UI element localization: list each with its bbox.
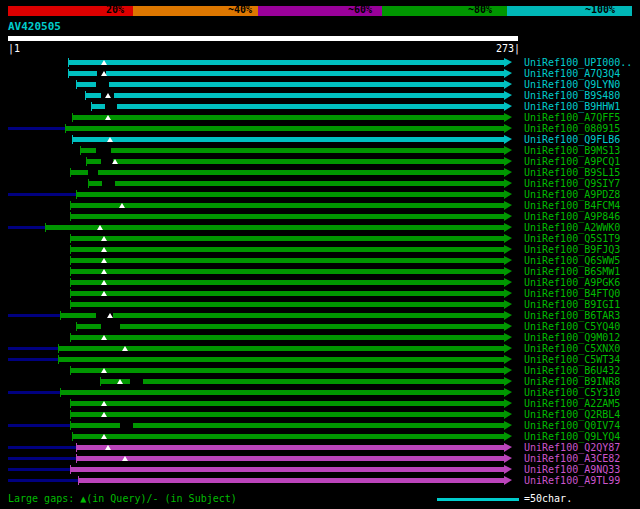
hit-label[interactable]: UniRef100_Q9LYQ4: [524, 431, 620, 442]
hit-bar[interactable]: [76, 82, 504, 87]
hit-label[interactable]: UniRef100_A7QFF5: [524, 112, 620, 123]
hit-bar[interactable]: [70, 236, 504, 241]
hit-row: UniRef100_Q6SWW5: [8, 255, 640, 266]
hit-label[interactable]: UniRef100_A2ZAM5: [524, 398, 620, 409]
hit-label[interactable]: UniRef100_B4FTQ0: [524, 288, 620, 299]
hit-row: UniRef100_UPI000..: [8, 57, 640, 68]
hit-label[interactable]: UniRef100_A2WWK0: [524, 222, 620, 233]
hit-bar[interactable]: [85, 93, 504, 98]
hit-label[interactable]: UniRef100_C5WT34: [524, 354, 620, 365]
hit-label[interactable]: UniRef100_A9PCQ1: [524, 156, 620, 167]
hit-label[interactable]: UniRef100_C5XNX0: [524, 343, 620, 354]
hit-label[interactable]: UniRef100_Q6SWW5: [524, 255, 620, 266]
hit-bar[interactable]: [70, 247, 504, 252]
hit-label[interactable]: UniRef100_Q9SIY7: [524, 178, 620, 189]
hit-bar[interactable]: [70, 423, 504, 428]
hit-label[interactable]: UniRef100_Q0IV74: [524, 420, 620, 431]
hit-bar[interactable]: [72, 115, 504, 120]
hit-bar[interactable]: [60, 390, 504, 395]
hit-bar[interactable]: [76, 456, 504, 461]
bar-start-tick: [68, 58, 69, 67]
hit-bar[interactable]: [72, 434, 504, 439]
bar-start-tick: [70, 410, 71, 419]
hit-bar[interactable]: [70, 302, 504, 307]
hit-label[interactable]: UniRef100_A3CE82: [524, 453, 620, 464]
hit-label[interactable]: UniRef100_B6U432: [524, 365, 620, 376]
hit-bar[interactable]: [76, 445, 504, 450]
hit-bar[interactable]: [78, 478, 504, 483]
direction-arrow-icon: [504, 344, 512, 353]
bar-start-tick: [70, 234, 71, 243]
bar-start-tick: [76, 443, 77, 452]
hit-bar[interactable]: [88, 181, 504, 186]
hit-bar[interactable]: [70, 269, 504, 274]
bar-start-tick: [76, 190, 77, 199]
hit-label[interactable]: UniRef100_B9MS13: [524, 145, 620, 156]
hit-label[interactable]: UniRef100_Q9FLB6: [524, 134, 620, 145]
hit-label[interactable]: UniRef100_B9IGI1: [524, 299, 620, 310]
hit-label[interactable]: UniRef100_Q5S1T9: [524, 233, 620, 244]
hit-label[interactable]: UniRef100_A7Q3Q4: [524, 68, 620, 79]
hit-bar[interactable]: [70, 467, 504, 472]
hit-bar[interactable]: [70, 412, 504, 417]
hit-label[interactable]: UniRef100_080915: [524, 123, 620, 134]
query-gap-triangle-icon: [101, 335, 107, 340]
hit-label[interactable]: UniRef100_A9NQ33: [524, 464, 620, 475]
hit-label[interactable]: UniRef100_Q9LYN0: [524, 79, 620, 90]
hit-label[interactable]: UniRef100_A9PDZ8: [524, 189, 620, 200]
hit-label[interactable]: UniRef100_B6SMW1: [524, 266, 620, 277]
hit-bar[interactable]: [100, 379, 504, 384]
hit-label[interactable]: UniRef100_A9P846: [524, 211, 620, 222]
hit-bar[interactable]: [70, 368, 504, 373]
hit-bar[interactable]: [80, 148, 504, 153]
hit-bar[interactable]: [68, 71, 504, 76]
hit-label[interactable]: UniRef100_UPI000..: [524, 57, 632, 68]
hit-bar[interactable]: [70, 280, 504, 285]
direction-arrow-icon: [504, 399, 512, 408]
hit-bar[interactable]: [76, 192, 504, 197]
hit-label[interactable]: UniRef100_B9HHW1: [524, 101, 620, 112]
subject-overhang-line: [8, 468, 70, 471]
hit-label[interactable]: UniRef100_B9INR8: [524, 376, 620, 387]
hit-bar[interactable]: [91, 104, 504, 109]
direction-arrow-icon: [504, 223, 512, 232]
hit-bar[interactable]: [70, 401, 504, 406]
hit-bar[interactable]: [70, 335, 504, 340]
hit-bar[interactable]: [70, 258, 504, 263]
hit-row: UniRef100_A9PDZ8: [8, 189, 640, 200]
hit-bar[interactable]: [60, 313, 504, 318]
hit-label[interactable]: UniRef100_A9PGK6: [524, 277, 620, 288]
bar-start-tick: [68, 69, 69, 78]
hit-bar[interactable]: [72, 137, 504, 142]
hit-label[interactable]: UniRef100_B9S480: [524, 90, 620, 101]
direction-arrow-icon: [504, 245, 512, 254]
hit-row: UniRef100_A9NQ33: [8, 464, 640, 475]
hit-label[interactable]: UniRef100_B9SL15: [524, 167, 620, 178]
hit-bar[interactable]: [68, 60, 504, 65]
hit-label[interactable]: UniRef100_Q2QY87: [524, 442, 620, 453]
hit-bar[interactable]: [70, 170, 504, 175]
bar-start-tick: [58, 344, 59, 353]
bar-start-tick: [70, 201, 71, 210]
hit-row: UniRef100_B6TAR3: [8, 310, 640, 321]
hit-bar[interactable]: [70, 214, 504, 219]
hit-bar[interactable]: [76, 324, 504, 329]
hit-label[interactable]: UniRef100_B6TAR3: [524, 310, 620, 321]
hit-label[interactable]: UniRef100_B4FCM4: [524, 200, 620, 211]
bar-start-tick: [70, 289, 71, 298]
hit-label[interactable]: UniRef100_C5YQ40: [524, 321, 620, 332]
hit-bar[interactable]: [58, 357, 504, 362]
hit-label[interactable]: UniRef100_C5Y310: [524, 387, 620, 398]
hit-label[interactable]: UniRef100_Q9M012: [524, 332, 620, 343]
hit-bar[interactable]: [65, 126, 504, 131]
hit-bar[interactable]: [45, 225, 504, 230]
hit-label[interactable]: UniRef100_A9TL99: [524, 475, 620, 486]
direction-arrow-icon: [504, 124, 512, 133]
hit-bar[interactable]: [70, 291, 504, 296]
hit-label[interactable]: UniRef100_Q2RBL4: [524, 409, 620, 420]
hit-label[interactable]: UniRef100_B9FJQ3: [524, 244, 620, 255]
hit-bar[interactable]: [86, 159, 504, 164]
hit-row: UniRef100_B6SMW1: [8, 266, 640, 277]
direction-arrow-icon: [504, 454, 512, 463]
hit-bar[interactable]: [70, 203, 504, 208]
